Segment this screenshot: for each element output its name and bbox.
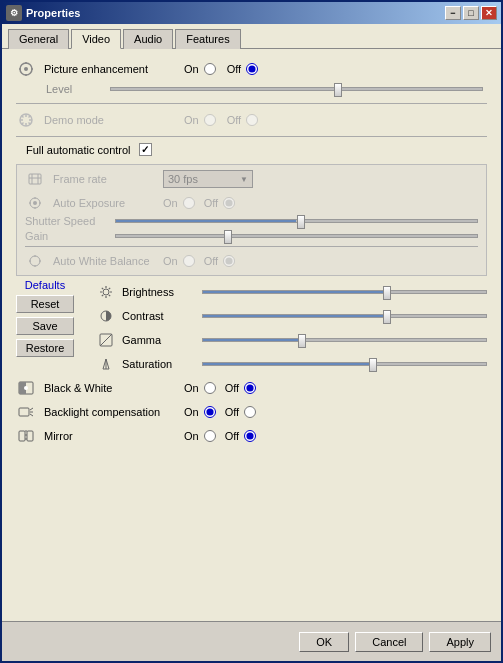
tab-general[interactable]: General [8,29,69,49]
auto-controls-box: Frame rate 30 fps ▼ [16,164,487,276]
saturation-slider[interactable] [202,362,487,366]
frame-rate-dropdown[interactable]: 30 fps ▼ [163,170,253,188]
auto-exposure-row: Auto Exposure On Off [25,193,478,213]
backlight-off-radio[interactable] [244,406,256,418]
backlight-on-radio[interactable] [204,406,216,418]
svg-rect-47 [19,408,29,416]
black-white-icon [16,378,36,398]
bw-on-label: On [184,382,199,394]
save-button[interactable]: Save [16,317,74,335]
cancel-button[interactable]: Cancel [355,632,423,652]
saturation-thumb[interactable] [369,358,377,372]
svg-rect-52 [27,431,33,441]
brightness-row: Brightness [96,282,487,302]
awb-on-radio[interactable] [183,255,195,267]
shutter-speed-row: Shutter Speed [25,215,478,227]
svg-line-38 [102,295,103,296]
demo-mode-off-label: Off [227,114,241,126]
full-auto-checkbox[interactable] [139,143,152,156]
picture-enhancement-controls: On Off [184,63,259,75]
gain-label: Gain [25,230,115,242]
brightness-thumb[interactable] [383,286,391,300]
contrast-slider[interactable] [202,314,487,318]
bw-off-label: Off [225,382,239,394]
brightness-icon [96,282,116,302]
auto-exposure-controls: On Off [163,197,236,209]
apply-button[interactable]: Apply [429,632,491,652]
divider-2 [16,136,487,137]
tab-video[interactable]: Video [71,29,121,49]
properties-window: ⚙ Properties − □ ✕ General Video Audio F… [0,0,503,663]
auto-exposure-on-radio[interactable] [183,197,195,209]
restore-button[interactable]: Restore [16,339,74,357]
title-buttons: − □ ✕ [445,6,497,20]
mirror-on-radio[interactable] [204,430,216,442]
svg-line-13 [29,116,31,118]
close-button[interactable]: ✕ [481,6,497,20]
demo-mode-on-radio[interactable] [204,114,216,126]
gamma-fill [203,339,302,341]
demo-mode-controls: On Off [184,114,259,126]
shutter-speed-thumb[interactable] [297,215,305,229]
auto-white-balance-label: Auto White Balance [53,255,163,267]
level-slider-thumb[interactable] [334,83,342,97]
bw-on-radio[interactable] [204,382,216,394]
awb-off-label: Off [204,255,218,267]
svg-rect-15 [29,174,41,184]
svg-line-50 [30,414,33,416]
tab-bar: General Video Audio Features [2,24,501,49]
bottom-bar: OK Cancel Apply [2,621,501,661]
black-white-label: Black & White [44,382,184,394]
contrast-thumb[interactable] [383,310,391,324]
contrast-label: Contrast [122,310,202,322]
gamma-thumb[interactable] [298,334,306,348]
mirror-on-label: On [184,430,199,442]
awb-on-label: On [163,255,178,267]
svg-point-1 [24,67,28,71]
brightness-slider[interactable] [202,290,487,294]
reset-button[interactable]: Reset [16,295,74,313]
demo-mode-label: Demo mode [44,114,184,126]
backlight-row: Backlight compensation On Off [16,402,487,422]
maximize-button[interactable]: □ [463,6,479,20]
black-white-controls: On Off [184,382,257,394]
level-slider[interactable] [110,87,483,91]
backlight-icon [16,402,36,422]
tab-audio[interactable]: Audio [123,29,173,49]
svg-point-46 [24,386,28,390]
minimize-button[interactable]: − [445,6,461,20]
auto-exposure-label: Auto Exposure [53,197,163,209]
saturation-icon [96,354,116,374]
ok-button[interactable]: OK [299,632,349,652]
divider-1 [16,103,487,104]
demo-mode-off-radio[interactable] [246,114,258,126]
svg-line-12 [29,123,31,125]
tab-features[interactable]: Features [175,29,240,49]
svg-line-11 [22,116,24,118]
auto-white-balance-controls: On Off [163,255,236,267]
contrast-row: Contrast [96,306,487,326]
gain-thumb[interactable] [224,230,232,244]
auto-exposure-off-radio[interactable] [223,197,235,209]
bw-off-radio[interactable] [244,382,256,394]
dropdown-arrow-icon: ▼ [240,175,248,184]
gamma-slider[interactable] [202,338,487,342]
full-auto-row: Full automatic control [16,143,487,156]
svg-line-14 [22,123,24,125]
picture-enhancement-off-radio[interactable] [246,63,258,75]
picture-enhancement-off-label: Off [227,63,241,75]
mirror-controls: On Off [184,430,257,442]
picture-enhancement-on-radio[interactable] [204,63,216,75]
gain-slider[interactable] [115,234,478,238]
svg-line-48 [30,408,33,410]
awb-off-radio[interactable] [223,255,235,267]
title-icon: ⚙ [6,5,22,21]
backlight-on-label: On [184,406,199,418]
backlight-off-label: Off [225,406,239,418]
svg-point-25 [30,256,40,266]
demo-mode-on-label: On [184,114,199,126]
shutter-speed-slider[interactable] [115,219,478,223]
saturation-fill [203,363,373,365]
mirror-off-radio[interactable] [244,430,256,442]
svg-point-30 [103,289,109,295]
